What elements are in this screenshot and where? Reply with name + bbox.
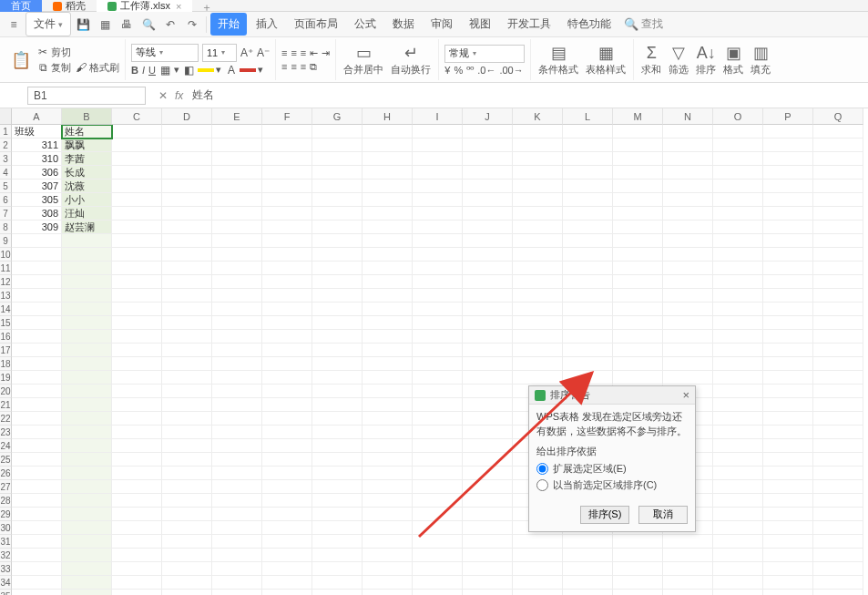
- cell-I1[interactable]: [413, 125, 463, 138]
- cell-B32[interactable]: [62, 549, 112, 562]
- cell-L14[interactable]: [563, 303, 613, 316]
- cell-E5[interactable]: [212, 180, 262, 193]
- cell-M34[interactable]: [613, 576, 663, 590]
- cell-C16[interactable]: [112, 330, 162, 344]
- cell-J13[interactable]: [463, 289, 513, 303]
- cell-O13[interactable]: [713, 289, 763, 303]
- cell-H1[interactable]: [363, 125, 413, 138]
- cell-I24[interactable]: [413, 439, 463, 453]
- cell-F23[interactable]: [262, 426, 312, 439]
- cell-A33[interactable]: [12, 562, 62, 576]
- cell-F35[interactable]: [262, 590, 312, 595]
- cell-E31[interactable]: [212, 535, 262, 549]
- cell-G9[interactable]: [312, 234, 363, 248]
- cell-A25[interactable]: [12, 453, 62, 467]
- cell-J26[interactable]: [463, 467, 513, 480]
- align-left-button[interactable]: ≡: [281, 61, 287, 72]
- column-header-C[interactable]: C: [112, 108, 162, 125]
- cell-G3[interactable]: [312, 152, 363, 166]
- cell-B31[interactable]: [62, 535, 112, 549]
- tab-dashi[interactable]: 稻壳: [42, 0, 97, 12]
- cell-G32[interactable]: [312, 549, 363, 562]
- cell-I29[interactable]: [413, 508, 463, 521]
- cell-K1[interactable]: [513, 125, 563, 138]
- cell-C11[interactable]: [112, 262, 162, 275]
- cell-Q5[interactable]: [813, 180, 863, 193]
- cell-N10[interactable]: [663, 248, 713, 262]
- cell-O12[interactable]: [713, 275, 763, 289]
- cell-B6[interactable]: 小小: [62, 193, 112, 207]
- cell-Q30[interactable]: [813, 521, 863, 535]
- cell-A8[interactable]: 309: [12, 221, 62, 234]
- cell-D17[interactable]: [162, 344, 212, 357]
- cell-H8[interactable]: [363, 221, 413, 234]
- cell-F6[interactable]: [262, 193, 312, 207]
- cell-I26[interactable]: [413, 467, 463, 480]
- cell-A15[interactable]: [12, 316, 62, 330]
- cell-P17[interactable]: [763, 344, 813, 357]
- cell-F13[interactable]: [262, 289, 312, 303]
- cell-J3[interactable]: [463, 152, 513, 166]
- cell-B4[interactable]: 长成: [62, 166, 112, 180]
- row-header[interactable]: 15: [0, 316, 12, 330]
- cell-P22[interactable]: [763, 412, 813, 426]
- cell-J8[interactable]: [463, 221, 513, 234]
- cell-C13[interactable]: [112, 289, 162, 303]
- tab-workbook[interactable]: 工作薄.xlsx×: [97, 0, 192, 12]
- cell-A6[interactable]: 305: [12, 193, 62, 207]
- cell-C27[interactable]: [112, 480, 162, 494]
- cell-Q34[interactable]: [813, 576, 863, 590]
- cell-H29[interactable]: [363, 508, 413, 521]
- cell-E13[interactable]: [212, 289, 262, 303]
- cell-P34[interactable]: [763, 576, 813, 590]
- cell-H12[interactable]: [363, 275, 413, 289]
- cell-D24[interactable]: [162, 439, 212, 453]
- cell-I30[interactable]: [413, 521, 463, 535]
- cell-K34[interactable]: [513, 576, 563, 590]
- cell-G7[interactable]: [312, 207, 363, 221]
- row-header[interactable]: 12: [0, 275, 12, 289]
- cell-I2[interactable]: [413, 138, 463, 152]
- cell-M7[interactable]: [613, 207, 663, 221]
- cell-A31[interactable]: [12, 535, 62, 549]
- cell-O9[interactable]: [713, 234, 763, 248]
- cell-O27[interactable]: [713, 480, 763, 494]
- cell-K2[interactable]: [513, 138, 563, 152]
- cell-D16[interactable]: [162, 330, 212, 344]
- close-icon[interactable]: ×: [682, 388, 689, 402]
- row-header[interactable]: 3: [0, 152, 12, 166]
- cell-H9[interactable]: [363, 234, 413, 248]
- cell-J29[interactable]: [463, 508, 513, 521]
- cell-A4[interactable]: 306: [12, 166, 62, 180]
- cell-A35[interactable]: [12, 590, 62, 595]
- cell-C24[interactable]: [112, 439, 162, 453]
- cell-A12[interactable]: [12, 275, 62, 289]
- cell-P30[interactable]: [763, 521, 813, 535]
- cell-A11[interactable]: [12, 262, 62, 275]
- cell-E10[interactable]: [212, 248, 262, 262]
- number-format-combo[interactable]: 常规▾: [444, 45, 525, 63]
- cell-D15[interactable]: [162, 316, 212, 330]
- cell-B30[interactable]: [62, 521, 112, 535]
- cell-B2[interactable]: 飘飘: [62, 138, 112, 152]
- cell-L1[interactable]: [563, 125, 613, 138]
- cell-P32[interactable]: [763, 549, 813, 562]
- cell-H28[interactable]: [363, 494, 413, 508]
- cell-E27[interactable]: [212, 480, 262, 494]
- bold-button[interactable]: B: [131, 65, 138, 76]
- cell-D13[interactable]: [162, 289, 212, 303]
- cell-B21[interactable]: [62, 398, 112, 412]
- cell-O14[interactable]: [713, 303, 763, 316]
- cell-L11[interactable]: [563, 262, 613, 275]
- cell-M12[interactable]: [613, 275, 663, 289]
- cell-Q23[interactable]: [813, 426, 863, 439]
- cell-B11[interactable]: [62, 262, 112, 275]
- cell-L12[interactable]: [563, 275, 613, 289]
- cell-O28[interactable]: [713, 494, 763, 508]
- cell-A5[interactable]: 307: [12, 180, 62, 193]
- row-header[interactable]: 34: [0, 576, 12, 590]
- cell-H3[interactable]: [363, 152, 413, 166]
- cell-E20[interactable]: [212, 385, 262, 398]
- cell-F8[interactable]: [262, 221, 312, 234]
- name-box[interactable]: B1: [27, 87, 146, 105]
